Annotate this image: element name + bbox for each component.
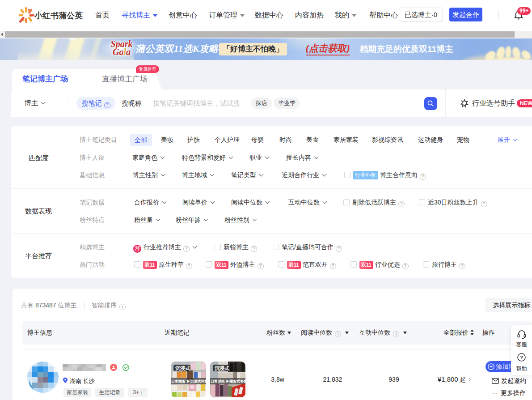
svg-text:?: ? bbox=[520, 355, 523, 360]
